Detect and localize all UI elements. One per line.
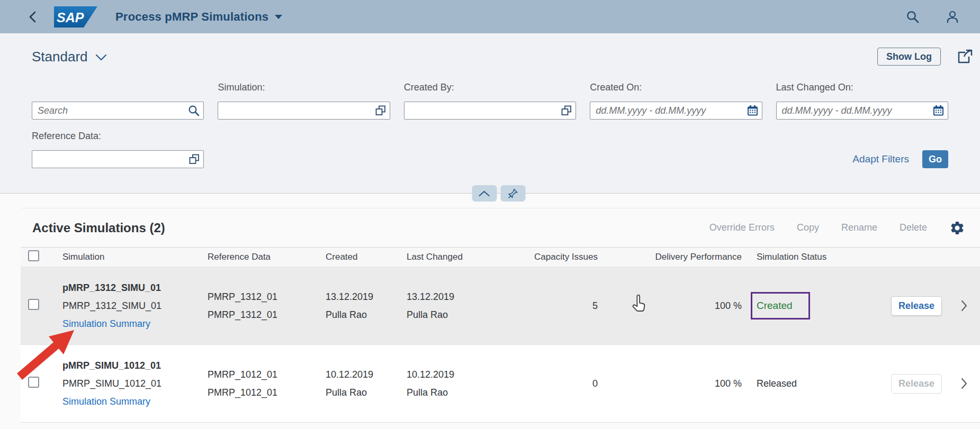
title-caret-icon[interactable] — [275, 15, 282, 19]
chevron-right-icon — [961, 300, 967, 312]
capacity-issues-value: 0 — [592, 378, 599, 389]
created-date: 13.12.2019 — [326, 291, 407, 303]
calendar-icon — [932, 105, 945, 117]
row-navigation-button[interactable] — [948, 300, 980, 312]
simulation-filter-label: Simulation: — [218, 82, 390, 94]
reference-data-id: PMRP_1312_01 — [208, 309, 326, 321]
table-title-bar: Active Simulations (2) Override Errors C… — [21, 208, 980, 247]
created-by-filter-input[interactable] — [404, 102, 576, 120]
back-chevron-icon — [28, 10, 38, 24]
row-navigation-button[interactable] — [948, 378, 980, 389]
filter-row-2: Reference Data: Adapt Filters Go — [0, 120, 980, 168]
status-text: Created — [757, 300, 793, 312]
filter-bar-toggles — [472, 185, 525, 202]
process-pmrp-simulations-screen: SAP Process pMRP Simulations Standard — [0, 0, 980, 429]
filter-row-1: Simulation: Created By: — [0, 72, 980, 120]
table-header-row: Simulation Reference Data Created Last C… — [21, 247, 980, 267]
back-button[interactable] — [28, 10, 38, 24]
column-delivery-performance[interactable]: Delivery Performance — [655, 252, 743, 262]
variant-selector[interactable]: Standard — [32, 49, 88, 65]
sap-logo: SAP — [54, 6, 97, 28]
chevron-right-icon — [961, 378, 967, 389]
last-changed-by: Pulla Rao — [407, 387, 524, 398]
delivery-performance-value: 100 % — [715, 300, 743, 312]
app-title[interactable]: Process pMRP Simulations — [115, 10, 268, 24]
shell-search-button[interactable] — [905, 10, 920, 24]
table-title: Active Simulations (2) — [32, 221, 165, 235]
reference-data-filter-label: Reference Data: — [32, 131, 204, 142]
share-button[interactable] — [956, 48, 974, 65]
value-help-icon — [561, 105, 572, 116]
simulation-filter-input[interactable] — [218, 102, 390, 120]
override-errors-button[interactable]: Override Errors — [709, 222, 775, 233]
shell-header-bar: SAP Process pMRP Simulations — [0, 0, 980, 33]
column-simulation[interactable]: Simulation — [62, 252, 208, 262]
magnifier-icon — [187, 104, 200, 117]
user-icon — [945, 10, 960, 24]
simulation-name: pMRP_1312_SIMU_01 — [62, 282, 208, 294]
column-last-changed[interactable]: Last Changed — [407, 252, 524, 262]
share-export-icon — [956, 48, 974, 65]
user-profile-button[interactable] — [945, 10, 960, 24]
last-changed-date: 13.12.2019 — [407, 291, 524, 303]
column-capacity-issues[interactable]: Capacity Issues — [534, 252, 599, 262]
rename-button[interactable]: Rename — [841, 222, 877, 233]
table-row[interactable]: pMRP_SIMU_1012_01 PMRP_SIMU_1012_01 Simu… — [21, 345, 980, 423]
column-simulation-status[interactable]: Simulation Status — [743, 252, 879, 262]
go-button[interactable]: Go — [922, 150, 948, 168]
reference-data-id: PMRP_1012_01 — [208, 387, 326, 398]
select-all-checkbox[interactable] — [28, 250, 39, 261]
filter-header-area: Standard Show Log — [0, 33, 980, 194]
status-text: Released — [757, 378, 797, 389]
copy-button[interactable]: Copy — [797, 222, 819, 233]
reference-data-name: PMRP_1012_01 — [208, 369, 326, 380]
simulation-summary-link[interactable]: Simulation Summary — [62, 396, 150, 407]
created-on-calendar-button[interactable] — [747, 105, 759, 117]
created-on-filter-label: Created On: — [590, 82, 762, 94]
created-by: Pulla Rao — [326, 309, 407, 321]
search-field-button[interactable] — [187, 104, 200, 117]
simulation-name: pMRP_SIMU_1012_01 — [62, 360, 208, 371]
calendar-icon — [747, 105, 759, 117]
show-log-button[interactable]: Show Log — [877, 48, 941, 66]
release-button[interactable]: Release — [891, 296, 942, 316]
collapse-filter-bar-button[interactable] — [472, 185, 497, 202]
simulation-id: PMRP_SIMU_1012_01 — [62, 378, 208, 389]
variant-chevron-down-icon[interactable] — [95, 53, 107, 63]
select-row-checkbox[interactable] — [28, 377, 39, 388]
pin-icon — [507, 188, 519, 199]
created-by-value-help-button[interactable] — [561, 105, 572, 116]
search-icon — [905, 10, 920, 24]
delete-button[interactable]: Delete — [900, 222, 927, 233]
svg-text:SAP: SAP — [57, 10, 84, 25]
last-changed-date: 10.12.2019 — [407, 369, 524, 380]
search-label-spacer — [32, 82, 204, 94]
gear-icon — [949, 220, 965, 236]
select-row-checkbox[interactable] — [28, 299, 39, 310]
variant-bar: Standard Show Log — [0, 33, 980, 72]
last-changed-on-calendar-button[interactable] — [932, 105, 945, 117]
created-by-filter-label: Created By: — [404, 82, 576, 94]
simulation-summary-link[interactable]: Simulation Summary — [62, 318, 150, 330]
reference-data-value-help-button[interactable] — [188, 153, 200, 165]
value-help-icon — [375, 105, 386, 116]
reference-data-filter-input[interactable] — [32, 150, 204, 168]
pin-filter-bar-button[interactable] — [500, 185, 525, 202]
created-by: Pulla Rao — [326, 387, 407, 398]
last-changed-on-filter-label: Last Changed On: — [776, 82, 948, 94]
column-created[interactable]: Created — [326, 252, 407, 262]
column-reference-data[interactable]: Reference Data — [208, 252, 326, 262]
last-changed-on-filter-input[interactable] — [776, 102, 948, 120]
search-input[interactable] — [32, 102, 204, 120]
adapt-filters-link[interactable]: Adapt Filters — [852, 153, 909, 165]
created-date: 10.12.2019 — [326, 369, 407, 380]
simulation-value-help-button[interactable] — [375, 105, 386, 116]
simulation-id: PMRP_1312_SIMU_01 — [62, 300, 208, 312]
value-help-icon — [188, 153, 200, 165]
delivery-performance-value: 100 % — [715, 378, 743, 389]
release-button-disabled[interactable]: Release — [891, 374, 942, 394]
table-settings-button[interactable] — [949, 220, 965, 236]
created-on-filter-input[interactable] — [590, 102, 762, 120]
capacity-issues-value: 5 — [592, 300, 599, 312]
table-row[interactable]: pMRP_1312_SIMU_01 PMRP_1312_SIMU_01 Simu… — [21, 267, 980, 345]
